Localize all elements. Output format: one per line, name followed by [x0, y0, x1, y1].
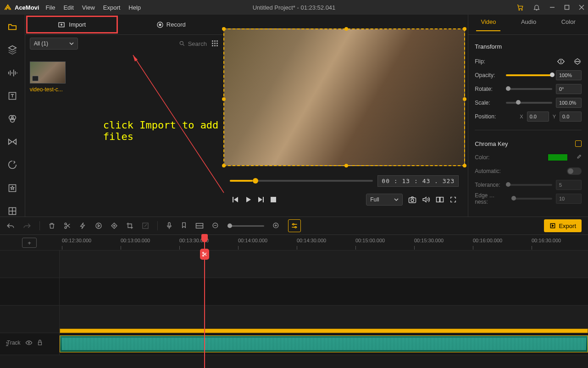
svg-rect-43: [440, 197, 444, 202]
snapshot-icon[interactable]: [408, 196, 416, 203]
nav-animations-icon[interactable]: [6, 159, 19, 170]
svg-point-46: [96, 223, 101, 229]
svg-point-41: [411, 199, 414, 202]
video-track[interactable]: [60, 306, 588, 333]
crop-icon[interactable]: [126, 222, 133, 229]
zoom-in-icon[interactable]: [272, 222, 280, 229]
preview-viewport[interactable]: [223, 28, 465, 166]
menu-view[interactable]: View: [82, 4, 95, 11]
track-lock-icon[interactable]: [37, 340, 43, 346]
quality-dropdown[interactable]: Full: [366, 194, 403, 206]
nav-filters-icon[interactable]: [6, 113, 19, 124]
edit-icon[interactable]: [142, 222, 149, 229]
audio-track[interactable]: Track: [60, 333, 588, 355]
position-y[interactable]: 0.0: [560, 112, 582, 122]
reverse-icon[interactable]: [95, 222, 102, 229]
nav-transitions-icon[interactable]: [6, 136, 19, 147]
timeline-settings-icon[interactable]: [288, 219, 301, 232]
flip-horizontal-icon[interactable]: [557, 58, 565, 65]
menubar: File Edit View Export Help: [45, 4, 141, 11]
marker-icon[interactable]: [181, 222, 187, 229]
import-button[interactable]: Import: [26, 16, 118, 33]
opacity-slider[interactable]: [506, 74, 552, 76]
menu-export[interactable]: Export: [103, 4, 121, 11]
chroma-color-swatch[interactable]: [548, 154, 568, 161]
position-x[interactable]: 0.0: [527, 112, 549, 122]
label-position: Position:: [475, 113, 502, 120]
tolerance-value[interactable]: 5: [556, 180, 582, 190]
svg-point-59: [295, 227, 296, 228]
add-track-icon[interactable]: +: [22, 238, 37, 248]
zoom-out-icon[interactable]: [212, 222, 219, 229]
flip-vertical-icon[interactable]: [573, 58, 582, 65]
edge-slider[interactable]: [511, 198, 552, 200]
scale-slider[interactable]: [506, 102, 552, 104]
play-icon[interactable]: [244, 196, 252, 203]
edge-value[interactable]: 10: [556, 194, 582, 204]
hint-annotation: click Import to add files: [103, 119, 223, 142]
automatic-toggle[interactable]: [567, 167, 582, 175]
zoom-slider[interactable]: [227, 225, 264, 227]
search-input[interactable]: Search: [83, 38, 207, 50]
speed-icon[interactable]: [79, 222, 87, 229]
svg-rect-38: [263, 197, 264, 202]
cart-icon[interactable]: [516, 4, 524, 11]
ruler-tick: 00:15:00.000: [355, 238, 385, 243]
props-tab-audio[interactable]: Audio: [518, 18, 539, 31]
audio-clip[interactable]: [60, 335, 588, 352]
props-tab-video[interactable]: Video: [478, 18, 499, 31]
svg-rect-29: [212, 43, 213, 44]
label-scale: Scale:: [475, 100, 502, 106]
voiceover-icon[interactable]: [166, 222, 172, 230]
seek-slider[interactable]: [230, 180, 373, 182]
ruler-tick: 00:12:30.000: [62, 238, 91, 243]
redo-icon[interactable]: [23, 222, 31, 229]
rotate-slider[interactable]: [506, 88, 552, 90]
chroma-checkbox[interactable]: [575, 140, 582, 147]
keyframe-icon[interactable]: [111, 222, 118, 229]
nav-media-icon[interactable]: [6, 21, 19, 32]
ruler-tick: 00:16:00.000: [473, 238, 502, 243]
close-icon[interactable]: [579, 5, 584, 10]
nav-elements-icon[interactable]: [6, 183, 19, 194]
split-icon[interactable]: [64, 222, 71, 229]
svg-point-61: [28, 342, 29, 344]
section-chroma: Chroma Key: [475, 140, 508, 147]
svg-rect-39: [271, 197, 276, 202]
bell-icon[interactable]: [533, 4, 540, 11]
svg-rect-33: [214, 45, 216, 46]
stop-icon[interactable]: [270, 196, 277, 203]
rotate-value[interactable]: 0°: [556, 84, 582, 94]
export-button[interactable]: Export: [544, 219, 582, 232]
undo-icon[interactable]: [6, 222, 15, 229]
minimize-icon[interactable]: [549, 5, 555, 10]
menu-file[interactable]: File: [45, 4, 55, 11]
next-frame-icon[interactable]: [257, 196, 265, 203]
aspect-icon[interactable]: [195, 223, 204, 229]
grid-view-icon[interactable]: [211, 40, 219, 47]
svg-point-58: [293, 223, 294, 225]
prev-frame-icon[interactable]: [232, 196, 239, 203]
nav-audio-icon[interactable]: [6, 67, 19, 78]
maximize-icon[interactable]: [564, 5, 570, 10]
menu-edit[interactable]: Edit: [63, 4, 73, 11]
nav-layers-icon[interactable]: [6, 44, 19, 55]
record-button[interactable]: Record: [119, 15, 223, 34]
nav-text-icon[interactable]: [6, 90, 19, 101]
scale-value[interactable]: 100.0%: [556, 98, 582, 108]
video-clip[interactable]: [60, 329, 588, 333]
timeline-ruler[interactable]: + 00:12:30.000 00:13:00.000 00:13:30.000…: [0, 235, 588, 251]
props-tab-color[interactable]: Color: [559, 18, 578, 31]
opacity-value[interactable]: 100%: [556, 70, 582, 80]
volume-icon[interactable]: [422, 196, 430, 203]
compare-icon[interactable]: [436, 196, 444, 203]
media-filter-dropdown[interactable]: All (1): [30, 38, 78, 50]
delete-icon[interactable]: [48, 222, 55, 229]
tolerance-slider[interactable]: [506, 184, 552, 186]
nav-split-icon[interactable]: [6, 206, 19, 217]
track-visibility-icon[interactable]: [25, 340, 33, 346]
menu-help[interactable]: Help: [128, 4, 141, 11]
eyedropper-icon[interactable]: [575, 154, 582, 161]
media-thumbnail[interactable]: video-test-c...: [30, 61, 67, 93]
fullscreen-icon[interactable]: [449, 196, 457, 203]
